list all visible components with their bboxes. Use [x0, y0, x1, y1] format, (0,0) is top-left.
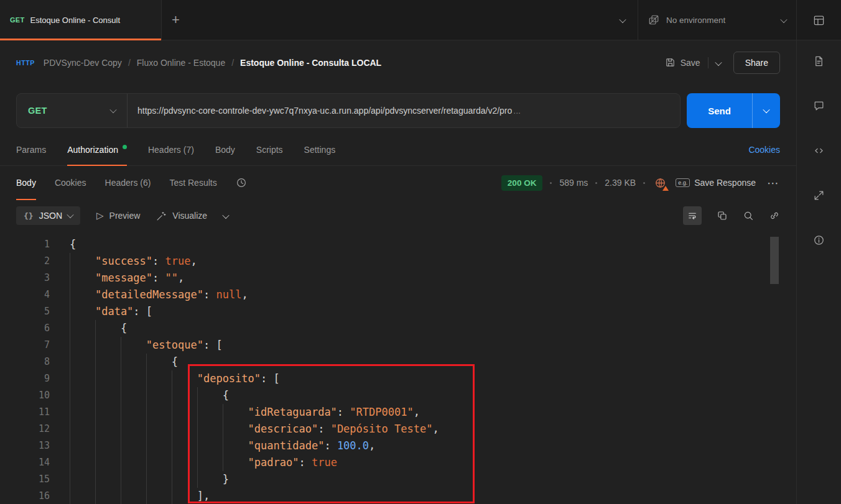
wand-icon [156, 211, 167, 221]
response-time: 589 ms [559, 178, 588, 188]
breadcrumb-collection[interactable]: PDVSync-Dev Copy [44, 58, 122, 68]
tab-authorization-label: Authorization [67, 145, 118, 155]
documentation-button[interactable] [813, 55, 825, 67]
copy-icon [717, 210, 728, 221]
environment-chevron-icon [781, 16, 786, 25]
send-options-button[interactable] [752, 93, 780, 128]
document-icon [813, 55, 825, 67]
code-snippet-button[interactable] [813, 145, 825, 157]
code-lines: 1{2"success": true,3"message": "",4"deta… [0, 236, 796, 504]
example-icon: e.g. [676, 178, 690, 187]
method-selector[interactable]: GET [17, 94, 128, 127]
tab-body[interactable]: Body [215, 134, 235, 165]
authorization-status-dot [123, 145, 127, 149]
breadcrumb-request-name: Estoque Online - Consulta LOCAL [240, 58, 381, 68]
meta-separator-dot [550, 182, 552, 184]
info-button[interactable] [813, 234, 825, 246]
new-tab-button[interactable]: + [172, 13, 180, 27]
response-toolbar-icons [683, 206, 780, 225]
save-response-button[interactable]: e.g. Save Response [676, 178, 756, 188]
link-button[interactable] [769, 210, 780, 221]
code-line: 7"estoque": [ [0, 337, 796, 354]
code-line: 5"data": [ [0, 303, 796, 320]
response-tab-test-results[interactable]: Test Results [169, 166, 216, 199]
code-icon [813, 145, 825, 157]
more-actions-button[interactable]: ⋯ [767, 176, 780, 190]
url-input[interactable]: https://pdvsync-core-controle-dev-ywc7q7… [128, 94, 680, 127]
code-line: 13"quantidade": 100.0, [0, 438, 796, 454]
response-body-viewer[interactable]: 1{2"success": true,3"message": "",4"deta… [0, 232, 796, 504]
comment-icon [813, 100, 825, 112]
save-options-chevron[interactable] [708, 57, 721, 68]
visualize-button[interactable]: Visualize [156, 211, 207, 221]
cookies-link[interactable]: Cookies [748, 145, 780, 155]
tab-params[interactable]: Params [16, 134, 46, 165]
share-button[interactable]: Share [733, 52, 780, 74]
visualize-options-chevron[interactable] [223, 210, 228, 221]
tab-headers[interactable]: Headers (7) [148, 134, 194, 165]
line-number: 1 [0, 236, 50, 253]
save-label: Save [681, 58, 700, 68]
play-icon: ▷ [96, 210, 104, 221]
response-history-button[interactable] [236, 177, 247, 188]
response-tabs-row: Body Cookies Headers (6) Test Results 20… [0, 166, 796, 199]
scrollbar-thumb[interactable] [770, 237, 779, 284]
environment-selector[interactable]: No environment [638, 0, 796, 40]
code-line: 6{ [0, 320, 796, 337]
request-header: HTTP PDVSync-Dev Copy / Fluxo Online - E… [0, 40, 796, 85]
comments-button[interactable] [813, 100, 825, 112]
line-number: 2 [0, 253, 50, 270]
response-tab-cookies[interactable]: Cookies [55, 166, 86, 199]
tab-method-label: GET [10, 16, 25, 24]
rail-top [796, 0, 841, 40]
table-icon [813, 14, 825, 26]
wrap-text-icon [687, 210, 698, 221]
response-tab-headers[interactable]: Headers (6) [105, 166, 151, 199]
url-truncation: ... [513, 106, 521, 116]
wrap-text-button[interactable] [683, 206, 702, 225]
line-number: 10 [0, 387, 50, 404]
warning-triangle-icon [662, 186, 669, 191]
preview-button[interactable]: ▷ Preview [96, 210, 140, 221]
tab-scripts[interactable]: Scripts [256, 134, 283, 165]
send-button[interactable]: Send [687, 93, 752, 128]
preview-label: Preview [109, 211, 141, 221]
tab-list-chevron-icon[interactable] [620, 14, 625, 25]
braces-icon: {} [24, 211, 34, 221]
env-quick-look-button[interactable] [813, 14, 825, 26]
line-number: 4 [0, 286, 50, 303]
line-number: 11 [0, 404, 50, 421]
url-box: GET https://pdvsync-core-controle-dev-yw… [16, 93, 681, 128]
copy-button[interactable] [717, 210, 728, 221]
line-number: 7 [0, 337, 50, 354]
response-tab-body[interactable]: Body [16, 166, 36, 199]
save-icon [665, 57, 676, 68]
code-line: 12"descricao": "Depósito Teste", [0, 421, 796, 438]
network-info-button[interactable] [654, 177, 666, 189]
expand-button[interactable] [813, 190, 825, 201]
response-toolbar: {} JSON ▷ Preview Visualize [0, 199, 796, 232]
search-button[interactable] [743, 210, 754, 221]
topbar: GET Estoque Online - Consult + No enviro… [0, 0, 796, 40]
line-number: 3 [0, 270, 50, 286]
tab-authorization[interactable]: Authorization [67, 134, 127, 165]
request-tab[interactable]: GET Estoque Online - Consult [0, 0, 162, 40]
tab-settings[interactable]: Settings [304, 134, 336, 165]
meta-separator-dot [643, 182, 645, 184]
format-selector[interactable]: {} JSON [16, 206, 80, 225]
search-icon [743, 210, 754, 221]
info-icon [813, 234, 825, 246]
breadcrumb-folder[interactable]: Fluxo Online - Estoque [137, 58, 225, 68]
save-button[interactable]: Save [665, 57, 700, 68]
line-number: 12 [0, 421, 50, 438]
header-actions: Save Share [665, 52, 780, 74]
meta-separator-dot [595, 182, 597, 184]
response-size: 2.39 KB [605, 178, 636, 188]
code-line: 11"idRetaguarda": "RTDP0001", [0, 404, 796, 421]
request-bar: GET https://pdvsync-core-controle-dev-yw… [16, 93, 780, 128]
method-label: GET [28, 106, 47, 116]
line-number: 6 [0, 320, 50, 337]
expand-arrows-icon [813, 190, 825, 201]
response-meta: 200 OK 589 ms 2.39 KB e.g. Save Response [501, 175, 780, 191]
link-icon [769, 210, 780, 221]
